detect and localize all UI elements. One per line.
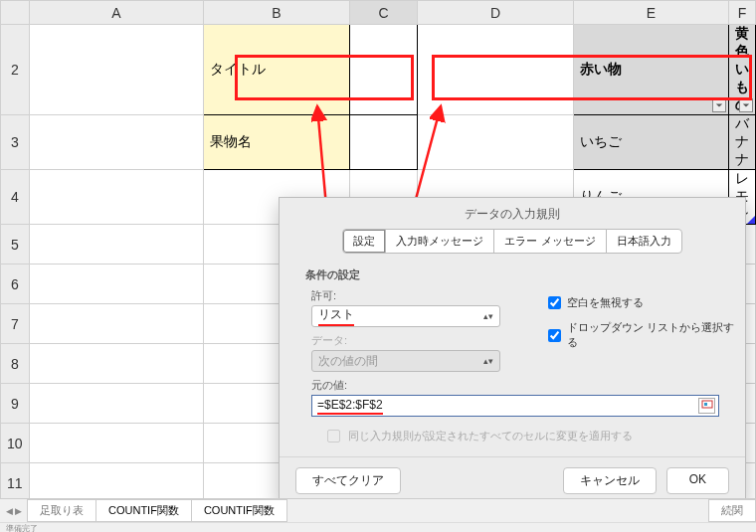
cancel-button[interactable]: キャンセル [563,467,657,494]
dialog-title: データの入力規則 [280,198,745,229]
apply-all-label: 同じ入力規則が設定されたすべてのセルに変更を適用する [348,429,633,443]
data-value: 次の値の間 [318,353,378,370]
row-header-9[interactable]: 9 [1,384,30,424]
source-input[interactable]: =$E$2:$F$2 [311,395,719,417]
col-header-c[interactable]: C [349,1,418,25]
allow-select[interactable]: リスト ▴▾ [311,305,500,327]
cell-e2[interactable]: 赤い物 [573,25,728,115]
cell-c2[interactable] [349,25,418,115]
cell-f2[interactable]: 黄色いもの [729,25,756,115]
sheet-tab-3[interactable]: COUNTIF関数 [191,499,287,522]
sheet-nav[interactable]: ◀▶ [0,506,28,516]
cell-f3[interactable]: バナナ [729,115,756,170]
sheet-tab-1[interactable]: 足取り表 [27,499,96,522]
row-header-11[interactable]: 11 [1,463,30,503]
sheet-tab-2[interactable]: COUNTIF関数 [95,499,192,522]
data-validation-dialog: データの入力規則 設定 入力時メッセージ エラー メッセージ 日本語入力 条件の… [279,197,746,505]
section-label: 条件の設定 [305,267,719,282]
range-picker-button[interactable] [698,398,715,414]
row-header-2[interactable]: 2 [1,25,30,115]
row-header-3[interactable]: 3 [1,115,30,170]
in-cell-dropdown-label: ドロップダウン リストから選択する [567,320,745,350]
table-resize-handle[interactable] [747,216,755,224]
data-select: 次の値の間 ▴▾ [311,350,500,372]
tab-settings[interactable]: 設定 [342,229,386,254]
in-cell-dropdown-checkbox[interactable] [548,329,561,342]
sheet-tab-trail[interactable]: 続関 [708,499,756,522]
col-header-a[interactable]: A [29,1,204,25]
tab-input-message[interactable]: 入力時メッセージ [385,229,494,254]
filter-button-f2[interactable] [739,98,753,112]
col-header-e[interactable]: E [573,1,728,25]
ignore-blank-checkbox[interactable] [548,296,561,309]
cell-a4[interactable] [29,170,204,225]
apply-all-checkbox [327,430,340,443]
row-header-8[interactable]: 8 [1,344,30,384]
cell-e3[interactable]: いちご [573,115,728,170]
row-header-6[interactable]: 6 [1,265,30,304]
row-header-4[interactable]: 4 [1,170,30,225]
sheet-tab-bar: ◀▶ 足取り表 COUNTIF関数 COUNTIF関数 続関 [0,498,756,522]
cell-d3[interactable] [418,115,573,170]
source-value: =$E$2:$F$2 [317,398,383,415]
tab-ime[interactable]: 日本語入力 [606,229,682,254]
row-header-10[interactable]: 10 [1,424,30,463]
cell-b2[interactable]: タイトル [204,25,350,115]
row-header-5[interactable]: 5 [1,225,30,265]
tab-error-alert[interactable]: エラー メッセージ [493,229,606,254]
select-all-corner[interactable] [1,1,30,25]
cell-a2[interactable] [29,25,204,115]
col-header-f[interactable]: F [729,1,756,25]
status-bar: 準備完了 [0,522,756,532]
cell-c3[interactable] [349,115,418,170]
row-header-7[interactable]: 7 [1,304,30,344]
col-header-d[interactable]: D [418,1,573,25]
source-label: 元の値: [311,378,719,393]
status-text: 準備完了 [6,524,38,532]
ignore-blank-label: 空白を無視する [567,295,644,310]
col-header-b[interactable]: B [204,1,350,25]
filter-button-e2[interactable] [712,98,726,112]
cell-b3[interactable]: 果物名 [204,115,350,170]
svg-rect-3 [704,403,707,406]
cell-e2-text: 赤い物 [580,61,622,77]
chevron-updown-icon: ▴▾ [483,311,493,321]
allow-value: リスト [318,306,354,326]
cell-a3[interactable] [29,115,204,170]
ok-button[interactable]: OK [666,467,729,494]
dialog-tabbar: 設定 入力時メッセージ エラー メッセージ 日本語入力 [280,229,745,254]
chevron-updown-icon: ▴▾ [483,356,493,366]
clear-all-button[interactable]: すべてクリア [295,467,401,494]
cell-d2[interactable] [418,25,573,115]
